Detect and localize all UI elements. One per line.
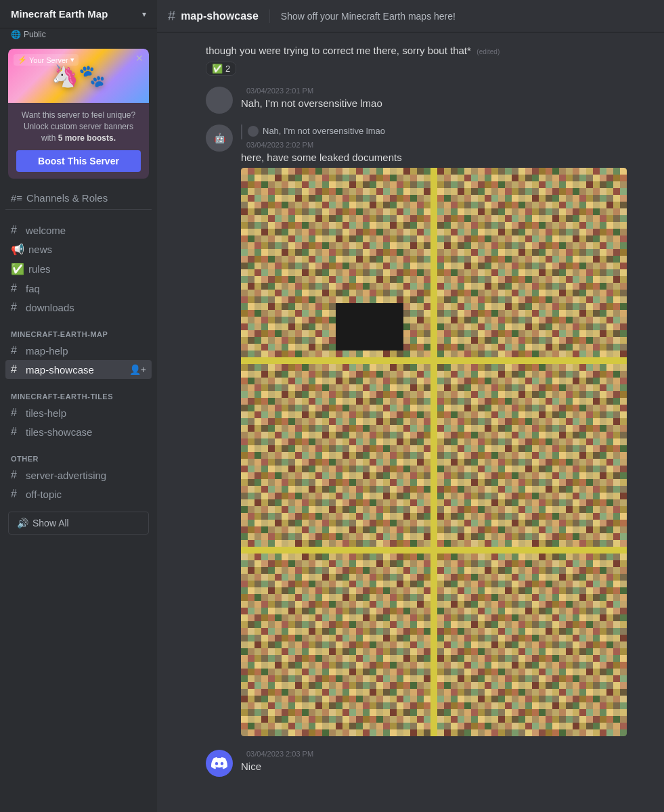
message-continuation: though you were trying to correct me the… [206,43,653,59]
channel-header-desc: Show off your Minecraft Earth maps here! [281,11,456,22]
channel-name: tiles-help [26,407,66,419]
sidebar: Minecraft Earth Map ▾ 🌐 Public ✕ ⚡ Your … [0,0,157,812]
show-all-label: Show All [32,518,69,528]
messages-area: though you were trying to correct me the… [157,32,664,812]
message-group-2: 03/04/2023 2:01 PM Nah, I'm not oversens… [206,87,653,114]
section-header-minecraft-earth-map: MINECRAFT-EARTH-MAP [5,330,152,341]
msg-content: though you were trying to correct me the… [206,45,471,56]
section-header-other: OTHER [5,455,152,466]
add-member-icon[interactable]: 👤+ [129,364,146,375]
tiles-channels-section: MINECRAFT-EARTH-TILES # tiles-help # til… [0,382,157,444]
hash-icon: # [11,224,22,236]
boost-card-image: ⚡ Your Server ▾ 🦄🐾 [8,49,149,103]
boost-card: ✕ ⚡ Your Server ▾ 🦄🐾 Want this server to… [8,49,149,179]
msg-row: 🤖 Nah, I'm not oversensitive lmao 03/04/… [206,125,653,740]
channel-item-map-help[interactable]: # map-help [5,341,152,360]
boost-card-text: Want this server to feel unique? Unlock … [16,110,141,143]
channel-item-map-showcase[interactable]: # map-showcase 👤+ [5,360,152,379]
close-icon[interactable]: ✕ [135,53,143,64]
channel-name: map-showcase [26,364,94,376]
hash-icon: # [168,8,175,24]
chevron-down-icon: ▾ [142,9,146,19]
quoted-text: Nah, I'm not oversensitive lmao [263,126,385,136]
channel-name: downloads [26,302,74,313]
message-image-container [241,168,627,736]
msg-meta: 03/04/2023 2:03 PM [241,750,653,758]
msg-content: Nice [241,759,653,775]
channel-item-server-advertising[interactable]: # server-advertising [5,466,152,484]
channel-header: # map-showcase Show off your Minecraft E… [157,0,664,32]
public-label: Public [24,30,46,39]
msg-timestamp: 03/04/2023 2:03 PM [246,750,313,758]
edited-tag: (edited) [477,48,500,55]
reaction-check[interactable]: ✅ 2 [206,62,236,76]
boost-icon: ⚡ [18,55,27,64]
hash-icon: # [11,469,22,481]
hash-icon: # [11,282,22,294]
channel-item-faq[interactable]: # faq [5,279,152,298]
message-group-4: 03/04/2023 2:03 PM Nice [206,750,653,777]
boost-button[interactable]: Boost This Server [16,150,141,172]
discord-icon: 🤖 [214,133,225,143]
general-channels-section: # welcome 📢 news ✅ rules # faq # downloa… [0,210,157,319]
section-header-minecraft-earth-tiles: MINECRAFT-EARTH-TILES [5,392,152,403]
channel-item-tiles-help[interactable]: # tiles-help [5,403,152,422]
msg-row: 03/04/2023 2:01 PM Nah, I'm not oversens… [206,87,653,114]
channels-roles-label: Channels & Roles [26,192,108,204]
hash-icon: # [11,344,22,357]
msg-body: 03/04/2023 2:01 PM Nah, I'm not oversens… [241,87,653,112]
speaker-icon: 🔊 [17,518,28,528]
globe-icon: 🌐 [11,30,21,39]
msg-timestamp: 03/04/2023 2:02 PM [246,141,313,149]
channel-name: rules [28,263,51,275]
msg-body: Nah, I'm not oversensitive lmao 03/04/20… [241,125,653,740]
hash-icon: # [11,301,22,313]
channel-item-tiles-showcase[interactable]: # tiles-showcase [5,422,152,441]
channel-name: welcome [26,225,66,236]
hash-grid-icon: #≡ [11,192,22,204]
channel-item-welcome[interactable]: # welcome [5,221,152,240]
channel-name: news [28,244,52,255]
channel-item-rules[interactable]: ✅ rules [5,259,152,279]
header-divider [269,9,270,23]
hash-icon: # [11,426,22,438]
channel-item-news[interactable]: 📢 news [5,240,152,259]
map-channels-section: MINECRAFT-EARTH-MAP # map-help # map-sho… [0,319,157,382]
channel-name: map-help [26,345,68,357]
msg-content: Nah, I'm not oversensitive lmao [241,96,653,112]
other-channels-section: OTHER # server-advertising # off-topic [0,444,157,506]
msg-content: here, have some leaked documents [241,150,653,166]
avatar: 🤖 [206,125,233,152]
check-emoji: ✅ [212,64,223,74]
msg-row: 03/04/2023 2:03 PM Nice [206,750,653,777]
channel-header-name: map-showcase [181,10,259,22]
server-name: Minecraft Earth Map [11,8,142,20]
avatar [206,750,233,777]
msg-meta: 03/04/2023 2:02 PM [241,141,653,149]
channel-name: off-topic [26,489,62,500]
msg-timestamp: 03/04/2023 2:01 PM [246,87,313,95]
channel-name: faq [26,283,40,294]
hash-icon: # [11,488,22,500]
check-icon: ✅ [11,263,24,275]
message-image [241,168,627,736]
mascot-image: 🦄🐾 [51,63,106,89]
main-content: # map-showcase Show off your Minecraft E… [157,0,664,812]
msg-body: 03/04/2023 2:03 PM Nice [241,750,653,775]
channel-name: tiles-showcase [26,426,92,438]
avatar [206,87,233,114]
message-group-1: though you were trying to correct me the… [206,43,653,76]
server-public-badge: 🌐 Public [0,28,157,43]
hash-icon: # [11,407,22,419]
boost-card-body: Want this server to feel unique? Unlock … [8,103,149,179]
channels-roles-header[interactable]: #≡ Channels & Roles [0,184,157,209]
channel-item-off-topic[interactable]: # off-topic [5,484,152,503]
hash-icon: # [11,363,22,376]
channel-name: server-advertising [26,470,106,481]
show-all-button[interactable]: 🔊 Show All [8,512,149,535]
channel-item-downloads[interactable]: # downloads [5,298,152,317]
reaction-row: ✅ 2 [206,62,653,76]
message-group-3: 🤖 Nah, I'm not oversensitive lmao 03/04/… [206,125,653,740]
reaction-count: 2 [225,64,230,74]
server-header[interactable]: Minecraft Earth Map ▾ [0,0,157,28]
